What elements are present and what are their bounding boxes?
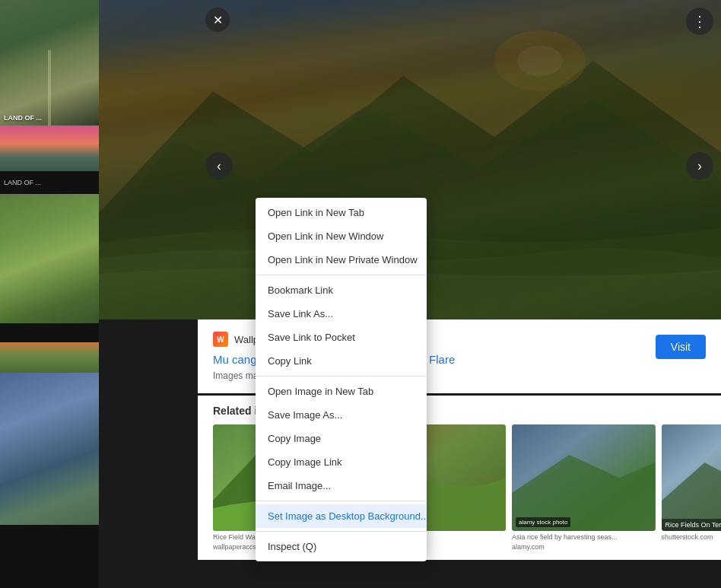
context-menu: Open Link in New Tab Open Link in New Wi…	[256, 198, 427, 561]
menu-bookmark-link[interactable]: Bookmark Link	[256, 278, 427, 302]
gallery-thumb-1[interactable]	[0, 126, 99, 171]
gallery-thumb-0[interactable]: LAND OF ...	[0, 0, 99, 126]
close-icon: ✕	[213, 13, 223, 27]
menu-save-image-as[interactable]: Save Image As...	[256, 403, 427, 427]
menu-inspect[interactable]: Inspect (Q)	[256, 535, 427, 558]
related-item-source-3: shutterstock.com	[662, 533, 722, 541]
more-options-icon: ⋮	[692, 12, 707, 30]
thumb-spacer	[0, 323, 99, 342]
close-button[interactable]: ✕	[205, 8, 230, 32]
gallery-thumb-label-0: LAND OF ...	[4, 114, 42, 122]
menu-separator-4	[256, 531, 427, 532]
related-item-wrapper-2: alamy stock photo Asia rice field by har…	[512, 424, 656, 551]
visit-button[interactable]: Visit	[656, 335, 706, 359]
prev-icon: ‹	[217, 158, 221, 174]
menu-copy-image-link[interactable]: Copy Image Link	[256, 450, 427, 474]
menu-separator-1	[256, 275, 427, 275]
menu-open-private-window[interactable]: Open Link in New Private Window	[256, 248, 427, 272]
alamy-badge: alamy stock photo	[516, 517, 570, 527]
menu-email-image[interactable]: Email Image...	[256, 474, 427, 497]
gallery-thumb-4[interactable]	[0, 373, 99, 525]
related-item-wrapper-3: Rice Fields On Terraced of Stock... shut…	[662, 424, 722, 551]
related-item-title-2: Asia rice field by harvesting seas...	[512, 533, 656, 541]
thumb-dark-label: LAND OF ...	[0, 171, 99, 194]
more-options-button[interactable]: ⋮	[686, 8, 713, 35]
menu-separator-2	[256, 376, 427, 377]
related-item-title-3: Rice Fields On Terraced of Stock...	[662, 519, 722, 531]
menu-open-new-window[interactable]: Open Link in New Window	[256, 224, 427, 248]
related-item-3[interactable]: Rice Fields On Terraced of Stock...	[662, 424, 722, 531]
gallery-thumb-3[interactable]	[0, 342, 99, 373]
menu-save-link-as[interactable]: Save Link As...	[256, 302, 427, 326]
related-item-source-2: alamy.com	[512, 543, 656, 551]
gallery-sidebar: LAND OF ... LAND OF ...	[0, 0, 99, 588]
source-icon: W	[213, 332, 228, 347]
menu-open-new-tab[interactable]: Open Link in New Tab	[256, 201, 427, 224]
menu-set-desktop-bg[interactable]: Set Image as Desktop Background...	[256, 504, 427, 528]
menu-save-to-pocket[interactable]: Save Link to Pocket	[256, 326, 427, 349]
next-button[interactable]: ›	[686, 152, 713, 180]
menu-open-image-new-tab[interactable]: Open Image in New Tab	[256, 380, 427, 403]
next-icon: ›	[697, 158, 702, 174]
related-item-2[interactable]: alamy stock photo	[512, 424, 656, 531]
gallery-thumb-2[interactable]	[0, 194, 99, 323]
menu-copy-image[interactable]: Copy Image	[256, 427, 427, 450]
menu-copy-link[interactable]: Copy Link	[256, 349, 427, 373]
menu-separator-3	[256, 501, 427, 501]
prev-button[interactable]: ‹	[205, 152, 233, 180]
